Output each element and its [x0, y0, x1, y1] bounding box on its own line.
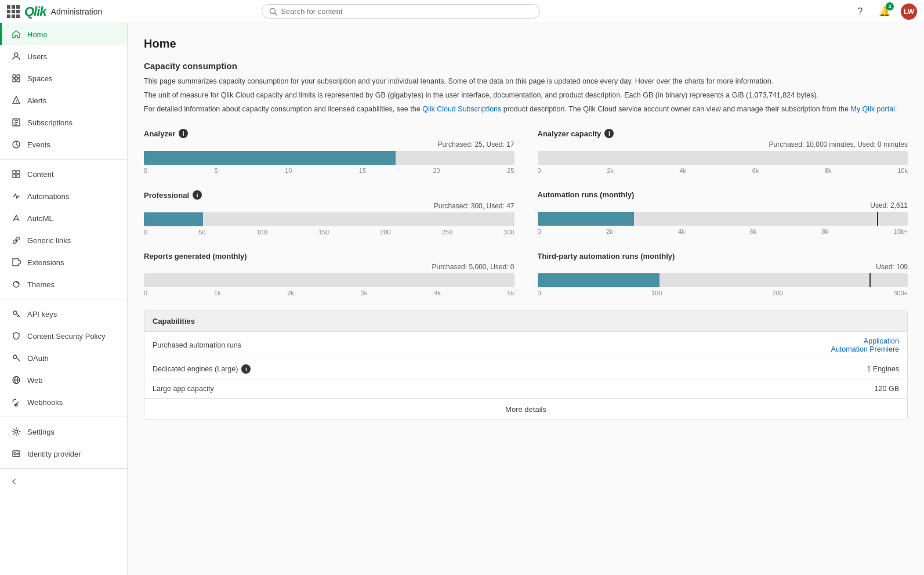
- description-3-prefix: For detailed information about capacity …: [144, 105, 422, 113]
- dedicated-engines-info-icon[interactable]: i: [241, 364, 251, 374]
- chart-analyzer: Analyzer i Purchased: 25, Used: 17 05101…: [144, 129, 514, 174]
- sidebar-label-content: Content: [27, 170, 54, 179]
- main-content: Home Capacity consumption This page summ…: [128, 23, 924, 575]
- sidebar-item-generic-links[interactable]: Generic links: [0, 229, 127, 251]
- subscriptions-icon: [11, 117, 21, 128]
- sidebar-item-automations[interactable]: Automations: [0, 185, 127, 207]
- sidebar-label-automl: AutoML: [27, 214, 53, 223]
- sidebar-item-home[interactable]: Home: [0, 23, 127, 45]
- third-party-stat: Used: 109: [538, 263, 908, 271]
- sidebar-label-spaces: Spaces: [27, 74, 52, 83]
- chart-third-party-header: Third-party automation runs (monthly): [538, 252, 908, 261]
- svg-line-1: [275, 13, 277, 15]
- sidebar-item-identity[interactable]: Identity provider: [0, 443, 127, 465]
- analyzer-capacity-info-icon[interactable]: i: [604, 129, 614, 138]
- capacity-section: Capacity consumption This page summarize…: [144, 61, 908, 115]
- sidebar-label-oauth: OAuth: [27, 354, 49, 363]
- analyzer-info-icon[interactable]: i: [179, 129, 188, 138]
- qlik-logo: Qlik: [24, 4, 46, 19]
- topbar: Qlik Administration ? 🔔 4 LW: [0, 0, 924, 23]
- reports-stat: Purchased: 5,000, Used: 0: [144, 263, 514, 271]
- analyzer-bar-fill: [144, 151, 396, 165]
- sidebar-item-settings[interactable]: Settings: [0, 421, 127, 443]
- sidebar-label-generic-links: Generic links: [27, 236, 71, 245]
- more-details-button[interactable]: More details: [144, 399, 907, 420]
- sidebar-item-subscriptions[interactable]: Subscriptions: [0, 111, 127, 133]
- svg-rect-12: [13, 175, 16, 178]
- search-input[interactable]: [281, 7, 532, 16]
- chart-analyzer-header: Analyzer i: [144, 129, 514, 138]
- sidebar-item-webhooks[interactable]: Webhooks: [0, 391, 127, 413]
- content-icon: [11, 169, 21, 179]
- capabilities-table: Capabilities Purchased automation runs A…: [144, 310, 908, 420]
- sidebar: Home Users Spaces Alerts Subscriptions: [0, 23, 128, 575]
- help-button[interactable]: ?: [852, 3, 868, 20]
- identity-icon: [11, 449, 21, 459]
- professional-bar-fill: [144, 212, 203, 226]
- webhooks-icon: [11, 397, 21, 407]
- third-party-axis: 0100200300+: [538, 290, 908, 296]
- settings-icon: [11, 426, 21, 437]
- capability-row-automation-runs: Purchased automation runs Application Au…: [144, 332, 907, 359]
- themes-icon: [11, 279, 21, 290]
- capability-value-dedicated-engines: 1 Engines: [867, 365, 899, 373]
- notifications-button[interactable]: 🔔 4: [876, 3, 893, 20]
- sidebar-item-api-keys[interactable]: API keys: [0, 303, 127, 325]
- search-bar[interactable]: [262, 4, 540, 19]
- sidebar-item-csp[interactable]: Content Security Policy: [0, 325, 127, 347]
- third-party-bar-fill: [538, 273, 660, 287]
- chart-analyzer-capacity: Analyzer capacity i Purchased: 10,000 mi…: [538, 129, 908, 174]
- professional-bar-container: [144, 212, 514, 226]
- sidebar-item-oauth[interactable]: OAuth: [0, 347, 127, 369]
- sidebar-item-content[interactable]: Content: [0, 163, 127, 185]
- search-icon: [269, 8, 277, 16]
- automation-premiere-link[interactable]: Automation Premiere: [831, 345, 899, 353]
- sidebar-item-alerts[interactable]: Alerts: [0, 89, 127, 111]
- professional-info-icon[interactable]: i: [193, 190, 202, 200]
- capability-row-dedicated-engines: Dedicated engines (Large) i 1 Engines: [144, 359, 907, 379]
- description-1: This page summarizes capacity consumptio…: [144, 75, 908, 87]
- chart-reports-generated: Reports generated (monthly) Purchased: 5…: [144, 252, 514, 296]
- automation-runs-bar-fill: [538, 212, 634, 226]
- analyzer-capacity-axis: 02k4k6k8k10k: [538, 167, 908, 174]
- svg-point-2: [15, 53, 18, 56]
- third-party-marker: [869, 273, 871, 287]
- sidebar-label-automations: Automations: [27, 192, 69, 201]
- sidebar-item-spaces[interactable]: Spaces: [0, 67, 127, 89]
- capability-label-dedicated-engines: Dedicated engines (Large) i: [153, 364, 867, 374]
- grid-menu-icon[interactable]: [7, 5, 20, 18]
- sidebar-item-web[interactable]: Web: [0, 369, 127, 391]
- charts-grid: Analyzer i Purchased: 25, Used: 17 05101…: [144, 129, 908, 296]
- sidebar-item-themes[interactable]: Themes: [0, 273, 127, 295]
- capacity-section-title: Capacity consumption: [144, 61, 908, 71]
- sidebar-label-subscriptions: Subscriptions: [27, 118, 73, 127]
- sidebar-label-csp: Content Security Policy: [27, 332, 105, 341]
- reports-bar-container: [144, 273, 514, 287]
- web-icon: [11, 375, 21, 385]
- application-link[interactable]: Application: [864, 337, 899, 345]
- sidebar-item-events[interactable]: Events: [0, 133, 127, 155]
- sidebar-label-identity: Identity provider: [27, 450, 81, 458]
- sidebar-item-automl[interactable]: AutoML: [0, 207, 127, 229]
- chart-third-party-title: Third-party automation runs (monthly): [538, 252, 675, 261]
- analyzer-stat: Purchased: 25, Used: 17: [144, 140, 514, 149]
- avatar[interactable]: LW: [901, 3, 917, 20]
- chart-professional: Professional i Purchased: 300, Used: 47 …: [144, 190, 514, 236]
- chart-third-party-automation: Third-party automation runs (monthly) Us…: [538, 252, 908, 296]
- qlik-subscriptions-link[interactable]: Qlik Cloud Subscriptions: [422, 105, 501, 113]
- chart-analyzer-title: Analyzer: [144, 129, 175, 138]
- capability-label-automation-runs: Purchased automation runs: [153, 341, 831, 349]
- professional-axis: 050100150200250300: [144, 229, 514, 236]
- analyzer-capacity-bar-container: [538, 151, 908, 165]
- sidebar-item-extensions[interactable]: Extensions: [0, 251, 127, 273]
- sidebar-item-users[interactable]: Users: [0, 45, 127, 67]
- sidebar-label-web: Web: [27, 376, 43, 385]
- sidebar-collapse-button[interactable]: [0, 472, 127, 491]
- sidebar-divider-4: [0, 468, 127, 469]
- my-qlik-portal-link[interactable]: My Qlik portal: [850, 105, 894, 113]
- capability-value-large-app: 120 GB: [875, 385, 899, 393]
- svg-rect-6: [17, 79, 20, 82]
- automations-icon: [11, 191, 21, 201]
- sidebar-label-settings: Settings: [27, 428, 55, 436]
- sidebar-label-users: Users: [27, 52, 47, 61]
